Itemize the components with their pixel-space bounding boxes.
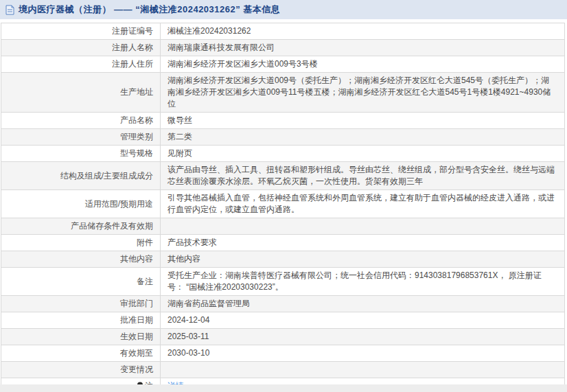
production-address-label: 生产地址 bbox=[1, 73, 161, 113]
other-content-value: 其他内容 bbox=[161, 251, 565, 268]
registrant-address-value: 湖南湘乡经济开发区湘乡大道009号3号楼 bbox=[161, 56, 565, 73]
approval-date-value: 2024-12-04 bbox=[161, 312, 565, 329]
product-name-value: 微导丝 bbox=[161, 113, 565, 129]
storage-conditions-label: 产品储存条件及有效期 bbox=[1, 218, 161, 235]
table-row-registration-number: 注册证编号 湘械注准20242031262 bbox=[1, 23, 565, 40]
table-row-storage-conditions: 产品储存条件及有效期 bbox=[1, 218, 565, 235]
structure-composition-label: 结构及组成/主要组成成分 bbox=[1, 162, 161, 190]
management-category-value: 第二类 bbox=[161, 129, 565, 146]
remarks-label: 备注 bbox=[1, 268, 161, 296]
approval-department-label: 审批部门 bbox=[1, 296, 161, 312]
attachment-label: 附件 bbox=[1, 235, 161, 251]
model-spec-label: 型号规格 bbox=[1, 146, 161, 162]
table-row-approval-department: 审批部门 湖南省药品监督管理局 bbox=[1, 296, 565, 312]
other-content-label: 其他内容 bbox=[1, 251, 161, 268]
change-status-value bbox=[161, 362, 565, 378]
scope-of-application-label: 适用范围/预期用途 bbox=[1, 190, 161, 218]
table-row-production-address: 生产地址 湖南湘乡经济开发区湘乡大道009号（委托生产）；湖南湘乡经济开发区红仑… bbox=[1, 73, 565, 113]
attachment-value: 产品技术要求 bbox=[161, 235, 565, 251]
structure-composition-value: 该产品由导丝、插入工具、扭转器和塑形针组成。导丝由芯丝、绕丝组成，部分型号含安全… bbox=[161, 162, 565, 190]
effective-date-value: 2025-03-11 bbox=[161, 329, 565, 345]
table-row-remarks: 备注 受托生产企业：湖南埃普特医疗器械有限公司；统一社会信用代码：9143038… bbox=[1, 268, 565, 296]
registration-info-table: 注册证编号 湘械注准20242031262 注册人名称 湖南瑞康通科技发展有限公… bbox=[1, 23, 565, 392]
table-row-model-spec: 型号规格 见附页 bbox=[1, 146, 565, 162]
table-row-valid-until: 有效期至 2030-03-10 bbox=[1, 345, 565, 362]
approval-department-value: 湖南省药品监督管理局 bbox=[161, 296, 565, 312]
page-title: 境内医疗器械（注册） —— “湘械注准20242031262” 基本信息 bbox=[19, 3, 280, 16]
remarks-value: 受托生产企业：湖南埃普特医疗器械有限公司；统一社会信用代码：9143038179… bbox=[161, 268, 565, 296]
table-row-registrant-name: 注册人名称 湖南瑞康通科技发展有限公司 bbox=[1, 40, 565, 56]
registrant-name-value: 湖南瑞康通科技发展有限公司 bbox=[161, 40, 565, 56]
management-category-label: 管理类别 bbox=[1, 129, 161, 146]
change-status-label: 变更情况 bbox=[1, 362, 161, 378]
table-row-change-status: 变更情况 bbox=[1, 362, 565, 378]
table-row-approval-date: 批准日期 2024-12-04 bbox=[1, 312, 565, 329]
registrant-address-label: 注册人住所 bbox=[1, 56, 161, 73]
registrant-name-label: 注册人名称 bbox=[1, 40, 161, 56]
table-row-other-content: 其他内容 其他内容 bbox=[1, 251, 565, 268]
table-row-management-category: 管理类别 第二类 bbox=[1, 129, 565, 146]
table-row-scope-of-application: 适用范围/预期用途 引导其他器械插入血管，包括神经血管系统和外周血管系统，建立有… bbox=[1, 190, 565, 218]
document-icon bbox=[5, 5, 14, 15]
table-row-effective-date: 生效日期 2025-03-11 bbox=[1, 329, 565, 345]
table-row-structure-composition: 结构及组成/主要组成成分 该产品由导丝、插入工具、扭转器和塑形针组成。导丝由芯丝… bbox=[1, 162, 565, 190]
table-row-product-name: 产品名称 微导丝 bbox=[1, 113, 565, 129]
product-name-label: 产品名称 bbox=[1, 113, 161, 129]
registration-number-label: 注册证编号 bbox=[1, 23, 161, 40]
storage-conditions-value bbox=[161, 218, 565, 235]
table-row-registrant-address: 注册人住所 湖南湘乡经济开发区湘乡大道009号3号楼 bbox=[1, 56, 565, 73]
page-background-strip bbox=[0, 384, 567, 392]
table-row-attachment: 附件 产品技术要求 bbox=[1, 235, 565, 251]
scope-of-application-value: 引导其他器械插入血管，包括神经血管系统和外周血管系统，建立有助于血管内器械的经皮… bbox=[161, 190, 565, 218]
approval-date-label: 批准日期 bbox=[1, 312, 161, 329]
production-address-value: 湖南湘乡经济开发区湘乡大道009号（委托生产）；湖南湘乡经济开发区红仑大道545… bbox=[161, 73, 565, 113]
valid-until-value: 2030-03-10 bbox=[161, 345, 565, 362]
titlebar: 境内医疗器械（注册） —— “湘械注准20242031262” 基本信息 bbox=[0, 0, 567, 19]
registration-number-value: 湘械注准20242031262 bbox=[161, 23, 565, 40]
valid-until-label: 有效期至 bbox=[1, 345, 161, 362]
effective-date-label: 生效日期 bbox=[1, 329, 161, 345]
model-spec-value: 见附页 bbox=[161, 146, 565, 162]
